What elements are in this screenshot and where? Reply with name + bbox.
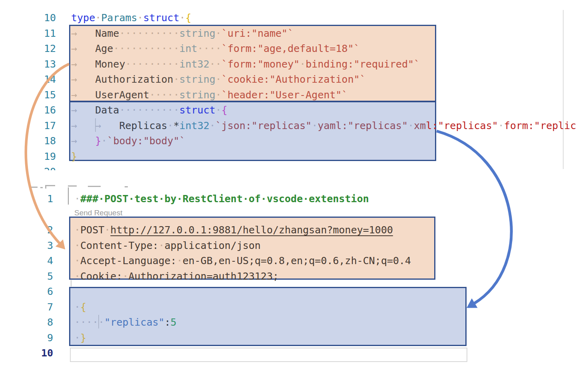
line-number: 6: [0, 284, 53, 300]
code-line[interactable]: 4·Accept-Language:·en-GB,en-US;q=0.8,en;…: [0, 253, 588, 269]
code-text: ·POST·http://127.0.0.1:9881/hello/zhangs…: [74, 223, 393, 238]
editor-screenshot: { "go_file": { "lines": [ {"num":"10","t…: [0, 0, 588, 366]
code-text: ·····"replicas":5: [74, 315, 177, 330]
code-line[interactable]: 3·Content-Type:·application/json: [0, 238, 588, 254]
line-number: 8: [0, 315, 53, 330]
line-number: 10: [0, 346, 53, 361]
code-text: ·}: [74, 330, 86, 346]
code-line[interactable]: 7·{: [0, 300, 588, 315]
code-text: ·{: [74, 300, 86, 315]
code-text: ·Content-Type:·application/json: [74, 238, 261, 254]
http-request-editor: 1·###·POST·test·by·RestClient·of·vscode·…: [0, 0, 588, 366]
line-number: 2: [0, 223, 53, 238]
line-number: 5: [0, 269, 53, 284]
line-number: 1: [0, 191, 53, 207]
code-line[interactable]: 9·}: [0, 330, 588, 346]
code-line[interactable]: 6: [0, 284, 588, 300]
code-line[interactable]: 8·····"replicas":5: [0, 315, 588, 330]
line-number: 4: [0, 253, 53, 269]
code-line[interactable]: 5·Cookie:·Authorization=auth123123;: [0, 269, 588, 284]
line-number: 7: [0, 300, 53, 315]
code-text: ·###·POST·test·by·RestClient·of·vscode·e…: [74, 191, 369, 207]
code-line[interactable]: 10: [0, 346, 588, 361]
line-number: 9: [0, 330, 53, 346]
line-number: 3: [0, 238, 53, 254]
code-text: ·Accept-Language:·en-GB,en-US;q=0.8,en;q…: [74, 253, 411, 269]
code-line[interactable]: 2·POST·http://127.0.0.1:9881/hello/zhang…: [0, 223, 588, 238]
code-text: ·Cookie:·Authorization=auth123123;: [74, 269, 279, 284]
code-line[interactable]: 1·###·POST·test·by·RestClient·of·vscode·…: [0, 191, 588, 207]
